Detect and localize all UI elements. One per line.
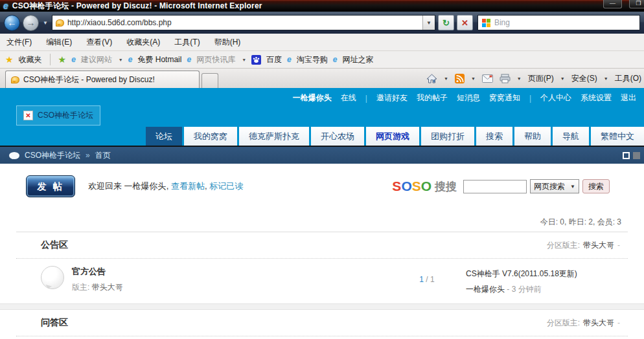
site-logo-text[interactable]: CSO神枪手论坛 <box>38 110 93 121</box>
wide-layout-icon[interactable] <box>623 152 630 159</box>
baidu-paw-icon <box>251 55 261 65</box>
maximize-button[interactable]: ❐ <box>629 0 644 8</box>
notifications-link[interactable]: 窝窝通知 <box>489 93 520 104</box>
history-dropdown-icon[interactable]: ▼ <box>43 20 48 26</box>
tools-menu[interactable]: 工具(O) <box>615 73 641 84</box>
mail-icon[interactable] <box>482 74 493 83</box>
messages-link[interactable]: 短消息 <box>457 93 480 104</box>
chevron-down-icon[interactable]: ▼ <box>604 76 608 81</box>
search-scope-select[interactable]: 网页搜索 ▼ <box>530 179 579 193</box>
divider: | <box>529 94 531 103</box>
search-scope-value: 网页搜索 <box>534 181 565 192</box>
menu-favorites[interactable]: 收藏夹(A) <box>126 37 160 48</box>
search-box[interactable] <box>477 15 640 30</box>
print-icon[interactable] <box>500 74 511 83</box>
menu-view[interactable]: 查看(V) <box>86 37 112 48</box>
collapse-icon[interactable]: - <box>617 241 620 250</box>
soso-search-input[interactable] <box>463 180 527 193</box>
minimize-button[interactable]: — <box>603 0 622 8</box>
menu-help[interactable]: 帮助(H) <box>214 37 241 48</box>
favorites-button[interactable]: 收藏夹 <box>19 54 42 65</box>
stop-button[interactable]: ✕ <box>457 15 473 30</box>
nav-tab-traditional[interactable]: 繁體中文 <box>591 127 644 146</box>
back-button[interactable]: ← <box>4 15 20 31</box>
forum-header: 一枪爆你头 在线 | 邀请好友 我的帖子 短消息 窝窝通知 | 个人中心 系统设… <box>0 88 644 146</box>
count-separator: / <box>426 275 428 284</box>
menu-file[interactable]: 文件(F) <box>6 37 32 48</box>
nav-tab-search[interactable]: 搜索 <box>476 127 512 146</box>
settings-link[interactable]: 系统设置 <box>581 93 612 104</box>
mark-read-link[interactable]: 标记已读 <box>209 181 243 191</box>
post-count: 1 <box>430 275 435 284</box>
moderator-name-link[interactable]: 带头大哥 <box>583 318 614 329</box>
new-tab-button[interactable] <box>201 73 218 88</box>
invite-friends-link[interactable]: 邀请好友 <box>376 93 408 104</box>
chevron-down-icon[interactable]: ▼ <box>517 76 522 81</box>
my-posts-link[interactable]: 我的帖子 <box>417 93 448 104</box>
fav-hotmail[interactable]: 免费 Hotmail <box>137 54 181 65</box>
chevron-down-icon[interactable]: ▼ <box>560 76 565 81</box>
security-menu[interactable]: 安全(S) <box>571 73 597 84</box>
moderator-name-link[interactable]: 带头大哥 <box>583 240 614 251</box>
nav-tab-farm[interactable]: 开心农场 <box>311 127 364 146</box>
breadcrumb: CSO神枪手论坛 » 首页 <box>0 146 644 164</box>
rss-icon[interactable] <box>455 74 465 83</box>
address-bar[interactable]: http://xiaou.5d6d.com/bbs.php ▼ <box>52 15 435 30</box>
breadcrumb-site-link[interactable]: CSO神枪手论坛 <box>25 150 80 161</box>
collapse-icon[interactable]: - <box>617 318 620 327</box>
address-url[interactable]: http://xiaou.5d6d.com/bbs.php <box>67 18 419 27</box>
menu-tools[interactable]: 工具(T) <box>174 37 200 48</box>
profile-link[interactable]: 个人中心 <box>540 93 571 104</box>
home-icon[interactable] <box>426 74 437 83</box>
narrow-layout-icon[interactable] <box>633 152 640 159</box>
bing-search-input[interactable] <box>494 18 592 27</box>
chevron-down-icon[interactable]: ▼ <box>444 76 448 81</box>
section-moderator: 分区版主: 带头大哥 - <box>547 240 620 251</box>
fav-webslice[interactable]: 网页快讯库 <box>196 54 235 65</box>
fav-wangzhi[interactable]: 网址之家 <box>342 54 373 65</box>
welcome-text: 欢迎回来 一枪爆你头, 查看新帖, 标记已读 <box>88 180 243 192</box>
divider <box>50 54 51 65</box>
nav-tab-poker[interactable]: 德克萨斯扑克 <box>239 127 309 146</box>
comma: , <box>167 181 169 191</box>
thread-count: 1 <box>419 275 424 284</box>
chevron-down-icon[interactable]: ▼ <box>119 58 123 62</box>
nav-tab-forum[interactable]: 论坛 <box>146 127 182 146</box>
last-post-time-link[interactable]: 3 分钟前 <box>512 285 542 294</box>
forum-stats-line: 今日: 0, 昨日: 2, 会员: 3 <box>16 217 628 228</box>
fav-taobao[interactable]: 淘宝导购 <box>297 54 328 65</box>
forum-title-link[interactable]: 官方公告 <box>72 266 123 278</box>
last-post-author-link[interactable]: 一枪爆你头 <box>466 285 505 294</box>
section-title[interactable]: 问答区 <box>41 317 68 329</box>
chevron-down-icon: ▼ <box>570 184 575 190</box>
fav-suggested-sites[interactable]: 建议网站 <box>81 54 112 65</box>
add-favorite-icon[interactable]: ★ <box>58 54 67 65</box>
logout-link[interactable]: 退出 <box>621 93 636 104</box>
moderator-name-link[interactable]: 带头大哥 <box>92 283 123 292</box>
forward-button[interactable]: → <box>23 15 39 31</box>
nav-tab-groupbuy[interactable]: 团购打折 <box>421 127 474 146</box>
dash: - <box>507 285 509 294</box>
username-link[interactable]: 一枪爆你头 <box>293 93 332 104</box>
new-post-button[interactable]: 发 帖 <box>26 175 75 197</box>
menu-edit[interactable]: 编辑(E) <box>46 37 72 48</box>
section-header-qa: 问答区 分区版主: 带头大哥 - <box>16 310 628 336</box>
nav-tab-help[interactable]: 帮助 <box>514 127 551 146</box>
view-new-posts-link[interactable]: 查看新帖 <box>171 181 205 191</box>
chevron-down-icon[interactable]: ▼ <box>471 76 476 81</box>
forum-nav-tabs: 论坛 我的窝窝 德克萨斯扑克 开心农场 网页游戏 团购打折 搜索 帮助 导航 繁… <box>146 127 644 146</box>
chevron-down-icon[interactable]: ▼ <box>242 58 246 62</box>
last-post-title-link[interactable]: CS神枪手 V7.6(2011.05.18更新) <box>466 268 620 279</box>
site-logo[interactable]: ✕ CSO神枪手论坛 <box>16 105 100 126</box>
soso-search-button[interactable]: 搜索 <box>582 179 610 193</box>
forum-row: 官方公告 版主: 带头大哥 1 / 1 CS神枪手 V7.6(2011.05.1… <box>16 259 628 303</box>
page-menu[interactable]: 页面(P) <box>528 73 554 84</box>
section-title[interactable]: 公告区 <box>41 239 68 251</box>
refresh-button[interactable]: ↻ <box>438 15 454 30</box>
browser-tab-active[interactable]: CSO神枪手论坛 - Powered by Discuz! <box>5 71 200 88</box>
address-dropdown-icon[interactable]: ▼ <box>422 16 435 30</box>
nav-tab-navigation[interactable]: 导航 <box>553 127 589 146</box>
nav-tab-webgames[interactable]: 网页游戏 <box>366 127 419 146</box>
nav-tab-home[interactable]: 我的窝窝 <box>184 127 237 146</box>
fav-baidu[interactable]: 百度 <box>266 54 282 65</box>
